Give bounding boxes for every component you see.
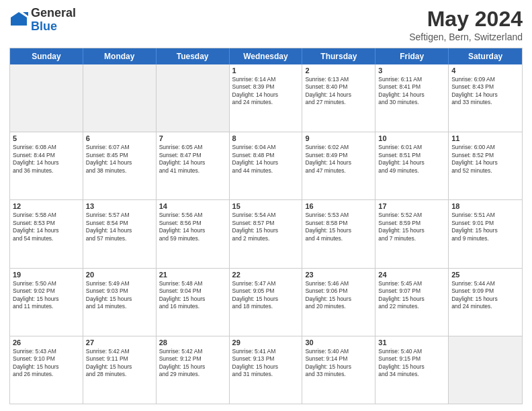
weekday-header-friday: Friday	[375, 48, 449, 64]
day-details: Sunrise: 5:54 AM Sunset: 8:57 PM Dayligh…	[232, 212, 300, 242]
day-details: Sunrise: 6:14 AM Sunset: 8:39 PM Dayligh…	[232, 76, 300, 107]
calendar-cell: 31Sunrise: 5:40 AM Sunset: 9:15 PM Dayli…	[375, 336, 449, 404]
day-details: Sunrise: 6:01 AM Sunset: 8:51 PM Dayligh…	[378, 144, 445, 175]
day-details: Sunrise: 5:40 AM Sunset: 9:15 PM Dayligh…	[378, 348, 445, 379]
logo-text: General Blue	[31, 7, 76, 34]
day-number: 15	[232, 202, 300, 210]
day-number: 13	[86, 202, 153, 210]
calendar-cell: 26Sunrise: 5:43 AM Sunset: 9:10 PM Dayli…	[10, 336, 83, 404]
calendar-cell: 11Sunrise: 6:00 AM Sunset: 8:52 PM Dayli…	[449, 132, 522, 199]
day-number: 22	[232, 271, 300, 279]
day-number: 2	[305, 66, 372, 75]
calendar-row-1: 5Sunrise: 6:08 AM Sunset: 8:44 PM Daylig…	[10, 132, 522, 199]
calendar-cell: 20Sunrise: 5:49 AM Sunset: 9:03 PM Dayli…	[83, 269, 157, 336]
day-number: 20	[86, 271, 153, 279]
calendar-cell	[157, 64, 230, 132]
day-details: Sunrise: 5:52 AM Sunset: 8:59 PM Dayligh…	[378, 212, 445, 242]
weekday-header-saturday: Saturday	[449, 48, 522, 64]
calendar-cell: 3Sunrise: 6:11 AM Sunset: 8:41 PM Daylig…	[375, 64, 449, 132]
day-number: 24	[378, 271, 445, 279]
day-details: Sunrise: 5:42 AM Sunset: 9:11 PM Dayligh…	[86, 348, 153, 379]
calendar-cell: 8Sunrise: 6:04 AM Sunset: 8:48 PM Daylig…	[230, 132, 303, 199]
day-details: Sunrise: 5:57 AM Sunset: 8:54 PM Dayligh…	[86, 212, 153, 242]
calendar-row-0: 1Sunrise: 6:14 AM Sunset: 8:39 PM Daylig…	[10, 64, 522, 132]
day-details: Sunrise: 6:00 AM Sunset: 8:52 PM Dayligh…	[451, 144, 519, 175]
calendar-cell	[449, 336, 522, 404]
calendar-cell: 6Sunrise: 6:07 AM Sunset: 8:45 PM Daylig…	[83, 132, 157, 199]
calendar-cell: 12Sunrise: 5:58 AM Sunset: 8:53 PM Dayli…	[10, 200, 83, 267]
day-details: Sunrise: 5:43 AM Sunset: 9:10 PM Dayligh…	[13, 348, 80, 379]
day-details: Sunrise: 5:41 AM Sunset: 9:13 PM Dayligh…	[232, 348, 300, 379]
calendar-cell: 13Sunrise: 5:57 AM Sunset: 8:54 PM Dayli…	[83, 200, 157, 267]
logo-general-text: General	[31, 7, 76, 20]
day-details: Sunrise: 6:09 AM Sunset: 8:43 PM Dayligh…	[451, 76, 519, 107]
calendar-cell	[10, 64, 83, 132]
day-number: 6	[86, 134, 153, 142]
svg-marker-0	[11, 12, 27, 26]
day-number: 3	[378, 66, 445, 75]
day-details: Sunrise: 5:51 AM Sunset: 9:01 PM Dayligh…	[451, 212, 519, 242]
calendar-cell: 23Sunrise: 5:46 AM Sunset: 9:06 PM Dayli…	[302, 269, 375, 336]
calendar-cell: 1Sunrise: 6:14 AM Sunset: 8:39 PM Daylig…	[230, 64, 303, 132]
day-details: Sunrise: 5:44 AM Sunset: 9:09 PM Dayligh…	[451, 280, 519, 311]
day-number: 14	[159, 202, 226, 210]
calendar-header: SundayMondayTuesdayWednesdayThursdayFrid…	[10, 48, 522, 64]
day-details: Sunrise: 6:08 AM Sunset: 8:44 PM Dayligh…	[13, 144, 80, 175]
day-number: 31	[378, 338, 445, 347]
day-number: 4	[451, 66, 519, 75]
calendar-cell: 24Sunrise: 5:45 AM Sunset: 9:07 PM Dayli…	[375, 269, 449, 336]
calendar-body: 1Sunrise: 6:14 AM Sunset: 8:39 PM Daylig…	[10, 64, 522, 404]
calendar-cell: 9Sunrise: 6:02 AM Sunset: 8:49 PM Daylig…	[302, 132, 375, 199]
calendar-cell: 4Sunrise: 6:09 AM Sunset: 8:43 PM Daylig…	[449, 64, 522, 132]
day-number: 8	[232, 134, 300, 142]
day-number: 12	[13, 202, 80, 210]
calendar-cell: 18Sunrise: 5:51 AM Sunset: 9:01 PM Dayli…	[449, 200, 522, 267]
calendar-cell: 5Sunrise: 6:08 AM Sunset: 8:44 PM Daylig…	[10, 132, 83, 199]
calendar-cell: 15Sunrise: 5:54 AM Sunset: 8:57 PM Dayli…	[230, 200, 303, 267]
logo-blue-text: Blue	[31, 20, 76, 34]
day-number: 25	[451, 271, 519, 279]
day-details: Sunrise: 5:58 AM Sunset: 8:53 PM Dayligh…	[13, 212, 80, 242]
calendar-cell: 28Sunrise: 5:42 AM Sunset: 9:12 PM Dayli…	[157, 336, 230, 404]
day-number: 30	[305, 338, 372, 347]
calendar-row-4: 26Sunrise: 5:43 AM Sunset: 9:10 PM Dayli…	[10, 336, 522, 404]
calendar-cell: 29Sunrise: 5:41 AM Sunset: 9:13 PM Dayli…	[230, 336, 303, 404]
day-details: Sunrise: 6:11 AM Sunset: 8:41 PM Dayligh…	[378, 76, 445, 107]
day-details: Sunrise: 5:47 AM Sunset: 9:05 PM Dayligh…	[232, 280, 300, 311]
calendar: SundayMondayTuesdayWednesdayThursdayFrid…	[9, 48, 523, 404]
calendar-cell: 7Sunrise: 6:05 AM Sunset: 8:47 PM Daylig…	[157, 132, 230, 199]
day-details: Sunrise: 6:02 AM Sunset: 8:49 PM Dayligh…	[305, 144, 372, 175]
day-number: 7	[159, 134, 226, 142]
day-number: 27	[86, 338, 153, 347]
calendar-cell: 22Sunrise: 5:47 AM Sunset: 9:05 PM Dayli…	[230, 269, 303, 336]
day-number: 26	[13, 338, 80, 347]
logo: General Blue	[9, 7, 76, 34]
day-number: 5	[13, 134, 80, 142]
calendar-cell: 27Sunrise: 5:42 AM Sunset: 9:11 PM Dayli…	[83, 336, 157, 404]
day-number: 10	[378, 134, 445, 142]
day-number: 11	[451, 134, 519, 142]
day-details: Sunrise: 6:04 AM Sunset: 8:48 PM Dayligh…	[232, 144, 300, 175]
logo-icon	[9, 11, 28, 30]
day-details: Sunrise: 6:05 AM Sunset: 8:47 PM Dayligh…	[159, 144, 226, 175]
header: General Blue May 2024 Seftigen, Bern, Sw…	[9, 7, 523, 42]
day-details: Sunrise: 6:13 AM Sunset: 8:40 PM Dayligh…	[305, 76, 372, 107]
day-number: 21	[159, 271, 226, 279]
calendar-cell: 14Sunrise: 5:56 AM Sunset: 8:56 PM Dayli…	[157, 200, 230, 267]
calendar-cell: 21Sunrise: 5:48 AM Sunset: 9:04 PM Dayli…	[157, 269, 230, 336]
location: Seftigen, Bern, Switzerland	[409, 32, 523, 42]
day-number: 9	[305, 134, 372, 142]
day-number: 19	[13, 271, 80, 279]
calendar-cell: 17Sunrise: 5:52 AM Sunset: 8:59 PM Dayli…	[375, 200, 449, 267]
calendar-cell	[83, 64, 157, 132]
title-block: May 2024 Seftigen, Bern, Switzerland	[409, 7, 523, 42]
day-number: 23	[305, 271, 372, 279]
calendar-cell: 30Sunrise: 5:40 AM Sunset: 9:14 PM Dayli…	[302, 336, 375, 404]
weekday-header-wednesday: Wednesday	[230, 48, 303, 64]
day-details: Sunrise: 5:42 AM Sunset: 9:12 PM Dayligh…	[159, 348, 226, 379]
day-details: Sunrise: 5:45 AM Sunset: 9:07 PM Dayligh…	[378, 280, 445, 311]
day-number: 17	[378, 202, 445, 210]
day-details: Sunrise: 5:40 AM Sunset: 9:14 PM Dayligh…	[305, 348, 372, 379]
weekday-header-tuesday: Tuesday	[157, 48, 230, 64]
page: General Blue May 2024 Seftigen, Bern, Sw…	[0, 0, 532, 411]
